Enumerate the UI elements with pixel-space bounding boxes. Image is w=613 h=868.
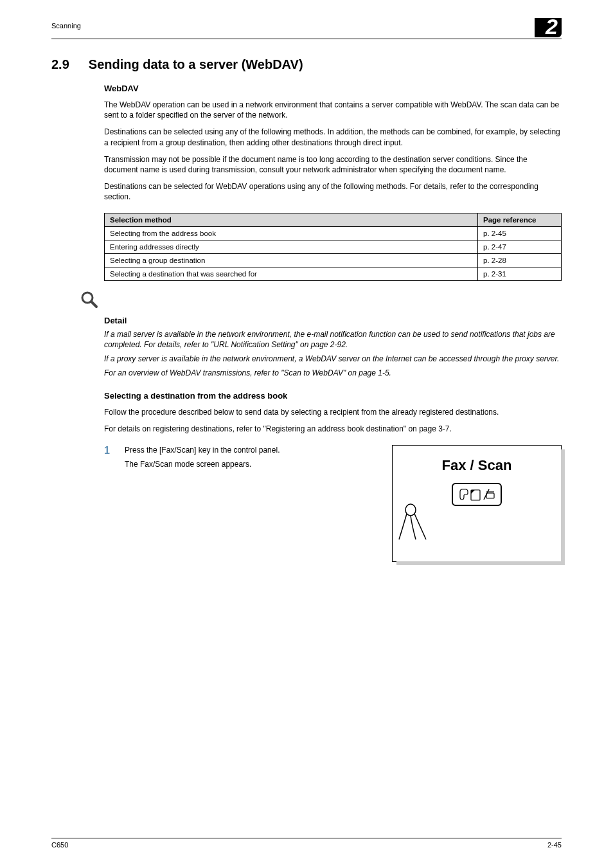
cell-reference: p. 2-31 <box>478 267 562 280</box>
paragraph: The WebDAV operation can be used in a ne… <box>104 100 562 120</box>
detail-label: Detail <box>104 316 562 325</box>
detail-block: Detail If a mail server is available in … <box>104 290 562 379</box>
table-header-row: Selection method Page reference <box>105 213 562 226</box>
paragraph: Destinations can be selected for WebDAV … <box>104 181 562 202</box>
cell-method: Selecting a destination that was searche… <box>105 267 478 280</box>
subheading-webdav: WebDAV <box>104 84 562 93</box>
selection-method-table: Selection method Page reference Selectin… <box>104 213 562 281</box>
paragraph: Follow the procedure described below to … <box>104 407 562 417</box>
detail-paragraph: If a proxy server is available in the ne… <box>104 354 562 364</box>
cell-reference: p. 2-47 <box>478 240 562 253</box>
table-row: Selecting a group destination p. 2-28 <box>105 253 562 267</box>
header-rule <box>51 39 562 39</box>
cell-reference: p. 2-28 <box>478 253 562 267</box>
figure-wrap: Fax / Scan <box>392 445 562 562</box>
section-heading: 2.9 Sending data to a server (WebDAV) <box>51 57 562 72</box>
detail-paragraph: If a mail server is available in the net… <box>104 329 562 350</box>
footer-rule <box>51 838 562 838</box>
fax-scan-figure: Fax / Scan <box>392 445 562 562</box>
detail-paragraph: For an overview of WebDAV transmissions,… <box>104 368 562 378</box>
cell-method: Selecting a group destination <box>105 253 478 267</box>
page-footer: C650 2-45 <box>51 838 562 849</box>
cell-method: Entering addresses directly <box>105 240 478 253</box>
table-row: Selecting from the address book p. 2-45 <box>105 226 562 240</box>
page-container: Scanning 2 2.9 Sending data to a server … <box>0 0 613 868</box>
step-line: Press the [Fax/Scan] key in the control … <box>125 445 383 455</box>
footer-cells: C650 2-45 <box>51 841 562 849</box>
figure-shadow <box>396 561 565 565</box>
step-number: 1 <box>104 445 116 562</box>
svg-rect-4 <box>486 493 494 498</box>
cell-reference: p. 2-45 <box>478 226 562 240</box>
chapter-badge-wrap: 2 <box>535 18 562 37</box>
cell-method: Selecting from the address book <box>105 226 478 240</box>
fax-scan-key-icon <box>452 483 502 506</box>
footer-right: 2-45 <box>547 841 562 849</box>
table-row: Selecting a destination that was searche… <box>105 267 562 280</box>
col-header-reference: Page reference <box>478 213 562 226</box>
running-head: Scanning <box>51 18 81 30</box>
col-header-method: Selection method <box>105 213 478 226</box>
page-header: Scanning 2 <box>51 0 562 37</box>
chapter-number-badge: 2 <box>535 18 562 37</box>
step-text: Press the [Fax/Scan] key in the control … <box>125 445 383 562</box>
figure-shadow <box>561 449 565 565</box>
paragraph: Transmission may not be possible if the … <box>104 154 562 175</box>
figure-title: Fax / Scan <box>393 457 561 474</box>
section-title: Sending data to a server (WebDAV) <box>89 57 303 72</box>
subheading-select-dest: Selecting a destination from the address… <box>104 391 562 401</box>
svg-line-1 <box>91 302 96 307</box>
section-number: 2.9 <box>51 57 69 72</box>
pointing-finger-icon <box>393 503 434 545</box>
step-line: The Fax/Scan mode screen appears. <box>125 459 383 469</box>
footer-left: C650 <box>51 841 68 849</box>
body-content: WebDAV The WebDAV operation can be used … <box>104 84 562 562</box>
step-1-row: 1 Press the [Fax/Scan] key in the contro… <box>104 445 562 562</box>
paragraph: For details on registering destinations,… <box>104 424 562 434</box>
table-row: Entering addresses directly p. 2-47 <box>105 240 562 253</box>
magnifier-icon <box>80 290 99 309</box>
paragraph: Destinations can be selected using any o… <box>104 127 562 147</box>
